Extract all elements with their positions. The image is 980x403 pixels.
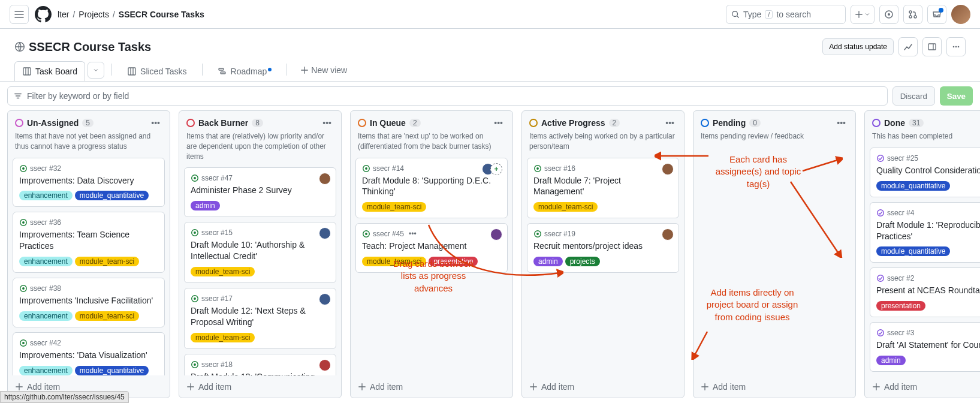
column-menu-button[interactable]: •••	[149, 117, 162, 129]
card-ref: ssecr #47	[201, 174, 233, 182]
github-logo-icon[interactable]	[34, 5, 53, 24]
svg-rect-13	[219, 68, 224, 70]
board-card[interactable]: ssecr #15 Draft Module 10: 'Authorship &…	[184, 222, 336, 283]
card-menu-icon[interactable]: •••	[409, 230, 417, 238]
board-card[interactable]: ssecr #4 Draft Module 1: 'Reproducibilit…	[870, 202, 980, 263]
filter-input[interactable]: Filter by keyword or by field	[7, 86, 888, 106]
card-ref: ssecr #45	[373, 230, 404, 238]
tab-roadmap[interactable]: Roadmap	[210, 61, 280, 81]
label-projects: projects	[565, 257, 600, 266]
assignee-avatar[interactable]	[319, 359, 331, 371]
board-card[interactable]: ssecr #45••• Teach: Project Management m…	[355, 223, 508, 273]
column-menu-button[interactable]: •••	[491, 117, 505, 129]
column-count: 8	[252, 119, 263, 127]
tab-sliced-tasks[interactable]: Sliced Tasks	[119, 61, 195, 81]
column-description: Items that are (relatively) low priority…	[179, 131, 341, 167]
notification-dot-icon	[939, 8, 943, 13]
label-presentation: presentation	[876, 301, 925, 311]
assignee-avatar[interactable]	[319, 293, 331, 305]
notifications-button[interactable]	[927, 5, 946, 24]
board-card[interactable]: + ssecr #14 Draft Module 8: 'Supporting …	[355, 158, 508, 219]
status-dot-icon	[186, 119, 195, 127]
label-module_quantitative: module_quantitative	[75, 366, 149, 375]
label-module_team-sci: module_team-sci	[191, 267, 255, 276]
board-card[interactable]: ssecr #19 Recruit mentors/project ideas …	[527, 223, 679, 273]
column-iq: In Queue 2 ••• Items that are 'next up' …	[350, 110, 513, 398]
add-item-button[interactable]: Add item	[351, 375, 512, 398]
board-card[interactable]: ssecr #2 Present at NCEAS Roundtable pre…	[870, 267, 980, 317]
status-dot-icon	[701, 119, 709, 127]
column-menu-button[interactable]: •••	[834, 117, 848, 129]
svg-point-41	[878, 155, 884, 162]
board-card[interactable]: ssecr #16 Draft Module 7: 'Project Manag…	[527, 158, 679, 219]
card-title: Teach: Project Management	[362, 240, 501, 252]
svg-rect-11	[23, 68, 31, 75]
card-title: Improvements 'Inclusive Facilitation'	[19, 295, 158, 306]
breadcrumb-org[interactable]: lter	[58, 10, 69, 19]
board-card[interactable]: ssecr #17 Draft Module 12: 'Next Steps &…	[184, 288, 336, 349]
label-module_quantitative: module_quantitative	[75, 191, 149, 200]
plus-icon	[300, 66, 309, 74]
svg-point-40	[536, 233, 539, 235]
assignee-avatar[interactable]	[662, 163, 674, 175]
pull-requests-button[interactable]	[903, 5, 922, 24]
board-card[interactable]: ssecr #25 Quality Control Considerations…	[870, 148, 980, 197]
user-avatar[interactable]	[951, 5, 970, 24]
tab-task-board[interactable]: Task Board	[14, 61, 85, 81]
board-card[interactable]: ssecr #36 Improvements: Team Science Pra…	[13, 212, 165, 273]
board-card[interactable]: ssecr #42 Improvements: 'Data Visualizat…	[13, 332, 165, 375]
global-search-input[interactable]: Type / to search	[726, 5, 846, 24]
board-card[interactable]: ssecr #38 Improvements 'Inclusive Facili…	[13, 278, 165, 327]
assignee-avatar[interactable]	[662, 228, 674, 240]
status-dot-icon	[529, 119, 538, 127]
board-card[interactable]: ssecr #32 Improvements: Data Discovery e…	[13, 158, 165, 207]
tab-options-button[interactable]	[88, 62, 104, 79]
add-item-button[interactable]: Add item	[522, 375, 684, 398]
add-status-update-button[interactable]: Add status update	[822, 38, 894, 55]
label-module_team-sci: module_team-sci	[362, 257, 426, 266]
label-admin: admin	[191, 201, 220, 210]
plus-icon	[529, 383, 538, 391]
add-item-button[interactable]: Add item	[865, 375, 980, 398]
assignee-avatar[interactable]	[319, 227, 331, 239]
label-enhancement: enhancement	[19, 257, 73, 266]
label-enhancement: enhancement	[19, 191, 73, 200]
card-title: Recruit mentors/project ideas	[533, 240, 673, 252]
insights-button[interactable]	[898, 37, 918, 56]
board-card[interactable]: ssecr #3 Draft 'AI Statement' for Course…	[870, 322, 980, 372]
card-title: Quality Control Considerations	[876, 165, 980, 176]
add-item-button[interactable]: Add item	[693, 375, 855, 398]
column-menu-button[interactable]: •••	[320, 117, 334, 129]
column-menu-button[interactable]: •••	[663, 117, 677, 129]
column-bb: Back Burner 8 ••• Items that are (relati…	[179, 110, 342, 398]
search-icon	[731, 10, 740, 19]
board-card[interactable]: ssecr #18 Draft Module 13: 'Communicatin…	[184, 354, 336, 375]
svg-rect-14	[221, 72, 225, 74]
details-panel-button[interactable]	[922, 37, 942, 56]
discard-button[interactable]: Discard	[892, 86, 935, 106]
card-title: Present at NCEAS Roundtable	[876, 285, 980, 296]
board-card[interactable]: ssecr #47 Administer Phase 2 Survey admi…	[184, 167, 336, 217]
project-menu-button[interactable]	[946, 37, 966, 56]
unsaved-dot-icon	[268, 68, 272, 71]
card-title: Improvements: Data Discovery	[19, 175, 158, 187]
issues-button[interactable]	[879, 5, 898, 24]
nav-menu-button[interactable]	[10, 5, 29, 24]
new-view-button[interactable]: New view	[294, 62, 353, 79]
save-button[interactable]: Save	[940, 86, 973, 106]
add-item-button[interactable]: Add item	[179, 375, 341, 398]
assignee-avatar[interactable]	[319, 173, 331, 185]
breadcrumb-projects[interactable]: Projects	[79, 10, 109, 19]
add-assignee-button[interactable]: +	[490, 163, 502, 175]
label-module_quantitative: module_quantitative	[876, 181, 950, 191]
create-new-button[interactable]	[851, 5, 875, 24]
column-ap: Active Progress 2 ••• Items actively bei…	[521, 110, 685, 398]
label-enhancement: enhancement	[19, 366, 73, 375]
filter-icon	[14, 92, 22, 100]
label-module_team-sci: module_team-sci	[191, 333, 255, 342]
label-admin: admin	[533, 257, 563, 266]
assignee-avatar[interactable]	[490, 228, 502, 240]
label-admin: admin	[876, 356, 906, 365]
svg-point-43	[878, 275, 884, 282]
plus-icon	[358, 383, 366, 391]
